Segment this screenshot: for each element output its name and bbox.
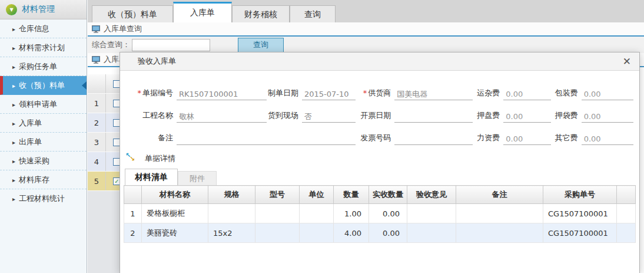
sidebar-item-quick-purchase[interactable]: ▸快速采购 (0, 152, 87, 170)
cell-spec (208, 204, 255, 223)
tab-finance-audit[interactable]: 财务稽核 (232, 5, 290, 22)
sidebar-item-label: 仓库信息 (19, 24, 49, 33)
labor-fee-field[interactable]: 0.00 (503, 133, 550, 145)
sidebar-item-label: 材料库存 (19, 175, 49, 184)
form-row-2: 工程名称 敬林 货到现场 否 开票日期 押盘费 0.00 押袋费 0.00 (126, 100, 633, 123)
triangle-right-icon: ▸ (12, 139, 15, 146)
sidebar-item-label: 收（预）料单 (19, 81, 65, 90)
packing-fee-field[interactable]: 0.00 (582, 88, 633, 100)
freight-fee-label: 运杂费 (473, 88, 500, 100)
tray-deposit-field[interactable]: 0.00 (503, 110, 550, 123)
cell-unit (300, 223, 334, 243)
invoice-date-label: 开票日期 (356, 110, 391, 123)
col-remark[interactable]: 备注 (456, 186, 543, 204)
col-acceptance-opinion[interactable]: 验收意见 (407, 186, 456, 204)
inbound-query-section-header: 入库单查询 (88, 22, 644, 37)
sidebar-item-warehouse-info[interactable]: ▸仓库信息 (0, 19, 87, 38)
tab-query[interactable]: 查询 (290, 5, 336, 22)
col-extra (617, 186, 636, 204)
modal-title: 验收入库单 (120, 56, 176, 67)
other-fee-field[interactable]: 0.00 (582, 133, 633, 145)
acceptance-inbound-modal: 验收入库单 ✕ *单据编号 RK1507100001 制单日期 2015-07-… (119, 52, 640, 273)
cell-material-name: 爱格板橱柜 (142, 204, 208, 223)
modal-header[interactable]: 验收入库单 ✕ (120, 52, 639, 71)
supplier-field[interactable]: 国美电器 (394, 88, 473, 100)
sidebar-item-material-request[interactable]: ▸领料申请单 (0, 95, 87, 114)
sidebar-item-purchase-task[interactable]: ▸采购任务单 (0, 57, 87, 76)
remark-field[interactable] (177, 133, 356, 145)
goods-onsite-field[interactable]: 否 (302, 110, 356, 123)
tab-attachments[interactable]: 附件 (178, 171, 217, 185)
sidebar-header[interactable]: ▼ 材料管理 (0, 0, 87, 19)
cell-model (255, 223, 300, 243)
doc-no-field[interactable]: RK1507100001 (177, 88, 267, 100)
bag-deposit-field[interactable]: 0.00 (582, 110, 633, 123)
cell-remark (456, 204, 543, 223)
supplier-label: *供货商 (356, 88, 391, 100)
other-fee-label: 其它费 (551, 133, 578, 145)
sidebar-item-project-material-stats[interactable]: ▸工程材料统计 (0, 189, 87, 208)
sidebar-item-label: 工程材料统计 (19, 194, 65, 203)
sidebar-item-material-stock[interactable]: ▸材料库存 (0, 170, 87, 189)
tab-receiving-note[interactable]: 收（预）料单 (92, 5, 173, 22)
sidebar-item-outbound-order[interactable]: ▸出库单 (0, 133, 87, 152)
monitor-icon (92, 25, 100, 33)
make-date-field[interactable]: 2015-07-10 (302, 88, 356, 100)
triangle-right-icon: ▸ (12, 101, 15, 108)
sidebar-item-label: 快速采购 (19, 156, 49, 165)
tab-material-list[interactable]: 材料清单 (125, 169, 178, 185)
expand-arrows-icon[interactable]: ↖ ↘ (126, 154, 135, 163)
sidebar-item-label: 出库单 (19, 137, 42, 146)
labor-fee-label: 力资费 (473, 133, 500, 145)
detail-title: 单据详情 (145, 153, 175, 164)
sidebar-item-label: 领料申请单 (19, 100, 57, 108)
cell-received-qty: 0.00 (369, 204, 407, 223)
form-row-1: *单据编号 RK1507100001 制单日期 2015-07-10 *供货商 … (126, 78, 633, 100)
material-management-app: ▼ 材料管理 ▸仓库信息 ▸材料需求计划 ▸采购任务单 ▸收（预）料单 ▸领料申… (0, 0, 644, 273)
freight-fee-field[interactable]: 0.00 (503, 88, 550, 100)
detail-section-header: ↖ ↘ 单据详情 (120, 151, 639, 166)
close-icon[interactable]: ✕ (623, 55, 631, 67)
sidebar-item-inbound-order[interactable]: ▸入库单 (0, 114, 87, 133)
monitor-icon (92, 56, 100, 64)
col-qty[interactable]: 数量 (334, 186, 369, 204)
col-model[interactable]: 型号 (255, 186, 300, 204)
section-title: 入库单查询 (104, 24, 142, 34)
combined-query-row: 综合查询： 查询 (88, 37, 644, 53)
invoice-no-field[interactable] (394, 133, 473, 145)
query-button[interactable]: 查询 (238, 38, 284, 52)
query-label: 综合查询： (92, 40, 130, 50)
triangle-right-icon: ▸ (12, 196, 15, 202)
triangle-right-icon: ▸ (12, 45, 15, 51)
required-asterisk: * (363, 88, 367, 97)
sidebar-item-label: 材料需求计划 (19, 43, 65, 52)
invoice-no-label: 发票号码 (356, 133, 391, 145)
col-spec[interactable]: 规格 (208, 186, 255, 204)
col-po-number[interactable]: 采购单号 (543, 186, 617, 204)
goods-onsite-label: 货到现场 (267, 110, 298, 123)
cell-opinion (407, 204, 456, 223)
triangle-right-icon: ▸ (12, 83, 15, 89)
query-input[interactable] (132, 39, 210, 51)
cell-unit (300, 204, 334, 223)
table-row[interactable]: 1 爱格板橱柜 1.00 0.00 CG1507100001 (124, 204, 636, 223)
sidebar-item-material-demand-plan[interactable]: ▸材料需求计划 (0, 38, 87, 57)
sidebar: ▼ 材料管理 ▸仓库信息 ▸材料需求计划 ▸采购任务单 ▸收（预）料单 ▸领料申… (0, 0, 87, 273)
invoice-date-field[interactable] (394, 110, 473, 123)
col-received-qty[interactable]: 实收数量 (369, 186, 407, 204)
table-row[interactable]: 2 美丽瓷砖 15x2 4.00 0.00 CG1507100001 (124, 223, 636, 243)
cell-qty: 1.00 (334, 204, 369, 223)
col-unit[interactable]: 单位 (300, 186, 334, 204)
project-name-label: 工程名称 (126, 110, 173, 123)
detail-header-row: 材料名称 规格 型号 单位 数量 实收数量 验收意见 备注 采购单号 (124, 186, 636, 204)
material-detail-table: 材料名称 规格 型号 单位 数量 实收数量 验收意见 备注 采购单号 1 爱格板… (124, 185, 636, 243)
required-asterisk: * (138, 88, 142, 97)
project-name-field[interactable]: 敬林 (177, 110, 267, 123)
sidebar-item-receiving-note[interactable]: ▸收（预）料单 (0, 76, 87, 95)
cell-remark (456, 223, 543, 243)
sidebar-item-label: 采购任务单 (19, 62, 57, 71)
modal-form: *单据编号 RK1507100001 制单日期 2015-07-10 *供货商 … (120, 71, 639, 145)
tab-inbound-order[interactable]: 入库单 (173, 2, 232, 22)
col-material-name[interactable]: 材料名称 (142, 186, 208, 204)
collapse-circle-icon[interactable]: ▼ (6, 4, 17, 15)
